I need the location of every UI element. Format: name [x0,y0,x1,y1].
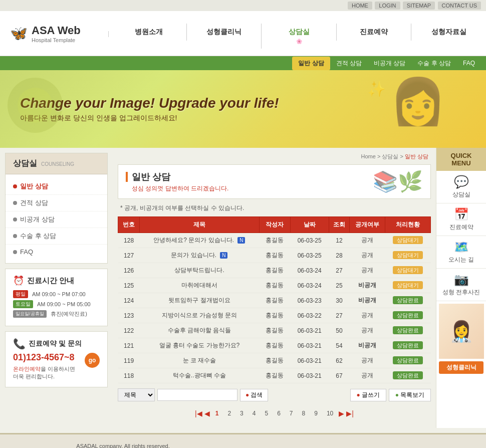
search-button[interactable]: ● 검색 [240,389,268,401]
td-status: 상담대기 [385,233,431,248]
logo-main: ASA Web [32,24,81,37]
page-9[interactable]: 9 [311,409,321,418]
sidebar-menu-item-4[interactable]: FAQ [6,245,107,259]
table-row[interactable]: 121 얼굴 흉터 수술도 가능한가요? 홍길동 06-03-21 54 비공개… [118,338,431,353]
write-button[interactable]: ● 글쓰기 [350,389,386,401]
quickmenu-photos[interactable]: 📷 성형 전후사진 [436,269,486,301]
td-date: 06-03-21 [290,338,329,353]
nav-reservation[interactable]: 진료예약 [336,24,411,41]
td-public: 공개 [350,323,385,338]
nav-contact[interactable]: CONTACT US [438,2,481,10]
content-subtitle: 성심 성의껏 답변하여 드리겠습니다. [132,184,228,193]
subnav-item-4[interactable]: FAQ [457,57,481,69]
sidebar-menu-item-0[interactable]: 일반 상담 [6,178,107,195]
page-3[interactable]: 3 [236,409,247,418]
td-title[interactable]: 턱수술..광대뼈 수술 [140,368,259,383]
nav-counsel[interactable]: 상담실🌸 [261,24,336,49]
page-next[interactable]: ▶ [339,409,344,417]
page-8[interactable]: 8 [299,409,309,418]
page-10[interactable]: 10 [323,409,337,418]
search-input[interactable] [157,389,237,401]
footer-company: ASADAL company. All rights reserved. [76,442,374,448]
table-row[interactable]: 126 상담부탁드립니다. 홍길동 06-03-24 27 공개 상담대기 [118,263,431,278]
table-row[interactable]: 123 지방이식으로 가슴성형 문의 홍길동 06-03-22 27 공개 상담… [118,308,431,323]
list-button[interactable]: ● 목록보기 [389,389,431,401]
breadcrumb-parent[interactable]: 상담실 [382,153,398,159]
td-views: 54 [329,338,350,353]
table-row[interactable]: 124 뒷트임하구 절개법이요 홍길동 06-03-23 30 비공개 상담완료 [118,293,431,308]
td-author: 홍길동 [259,293,290,308]
td-public: 비공개 [350,338,385,353]
page-1[interactable]: 1 [212,409,222,418]
nav-hospital[interactable]: 병원소개 [112,24,186,41]
subnav-item-2[interactable]: 비공개 상담 [368,57,411,70]
td-title[interactable]: 마취에대해서 [140,278,259,293]
td-status: 상담대기 [385,248,431,263]
quick-menu-image: 👩‍⚕️ [439,304,484,359]
quickmenu-directions[interactable]: 🗺️ 오시는 길 [436,236,486,269]
subnav-item-0[interactable]: 일반 상담 [292,57,330,70]
quick-menu-cosmetic[interactable]: 성형클리닉 [439,361,483,374]
table-row[interactable]: 128 안녕하세요? 문의가 있습니다. N 홍길동 06-03-25 12 공… [118,233,431,248]
search-bar: 제목 내용 작성자 ● 검색 ● 글쓰기 ● 목록보기 [118,388,431,401]
td-public: 공개 [350,353,385,368]
table-row[interactable]: 119 눈 코 재수술 홍길동 06-03-21 62 공개 상담완료 [118,353,431,368]
td-title[interactable]: 상담부탁드립니다. [140,263,259,278]
top-nav: HOME LOGIN SITEMAP CONTACT US [0,0,486,11]
td-title[interactable]: 눈 코 재수술 [140,353,259,368]
content-title: 일반 상담 [126,171,228,183]
sidebar-menu-item-2[interactable]: 비공개 상담 [6,211,107,228]
page-5[interactable]: 5 [261,409,272,418]
breadcrumb-current: 일반 상담 [405,153,428,159]
td-title[interactable]: 지방이식으로 가슴성형 문의 [140,308,259,323]
td-views: 28 [329,248,350,263]
td-title[interactable]: 문의가 있습니다. N [140,248,259,263]
page-prev[interactable]: ◀ [204,409,210,417]
page-2[interactable]: 2 [224,409,234,418]
butterfly-icon: 🦋 [10,25,28,42]
page-first[interactable]: |◀ [195,409,202,417]
quickmenu-counsel[interactable]: 💬 상담실 [436,171,486,203]
phone-go-btn[interactable]: go [85,353,100,368]
sub-nav: 일반 상담 견적 상담 비공개 상담 수술 후 상담 FAQ [0,56,486,70]
td-date: 06-03-24 [290,278,329,293]
td-status: 상담완료 [385,353,431,368]
sidebar-counsel-title: 상담실 COUNSELING [6,153,107,174]
page-last[interactable]: ▶| [346,409,354,417]
td-date: 06-03-21 [290,368,329,383]
sidebar-menu-item-3[interactable]: 수술 후 상담 [6,228,107,245]
td-title[interactable]: 얼굴 흉터 수술도 가능한가요? [140,338,259,353]
quickmenu-reservation[interactable]: 📅 진료예약 [436,203,486,236]
search-select[interactable]: 제목 내용 작성자 [118,388,155,401]
page-7[interactable]: 7 [286,409,297,418]
td-public: 비공개 [350,278,385,293]
nav-sitemap[interactable]: SITEMAP [403,2,435,10]
nav-gallery[interactable]: 성형자료실 [411,24,486,41]
td-no: 128 [118,233,140,248]
td-views: 25 [329,278,350,293]
table-row[interactable]: 118 턱수술..광대뼈 수술 홍길동 06-03-21 67 공개 상담완료 [118,368,431,383]
breadcrumb-home[interactable]: Home [361,153,376,159]
page-4[interactable]: 4 [249,409,260,418]
td-status: 상담완료 [385,308,431,323]
td-date: 06-03-23 [290,293,329,308]
subnav-item-3[interactable]: 수술 후 상담 [411,57,457,70]
td-title[interactable]: 수술후 금해야할 음식들 [140,323,259,338]
nav-login[interactable]: LOGIN [375,2,400,10]
banner-circle-deco [5,75,65,137]
nav-cosmetic[interactable]: 성형클리닉 [186,24,262,41]
page-6[interactable]: 6 [274,409,284,418]
td-title[interactable]: 안녕하세요? 문의가 있습니다. N [140,233,259,248]
td-title[interactable]: 뒷트임하구 절개법이요 [140,293,259,308]
nav-home[interactable]: HOME [348,2,372,10]
table-row[interactable]: 125 마취에대해서 홍길동 06-03-24 25 비공개 상담대기 [118,278,431,293]
table-row[interactable]: 122 수술후 금해야할 음식들 홍길동 06-03-21 50 공개 상담완료 [118,323,431,338]
main-area: 상담실 COUNSELING 일반 상담 견적 상담 비공개 상담 [0,148,486,428]
table-row[interactable]: 127 문의가 있습니다. N 홍길동 06-03-25 28 공개 상담대기 [118,248,431,263]
sidebar-menu-item-1[interactable]: 견적 상담 [6,195,107,211]
note: * 공개, 비공개의 여부를 선택하실 수 있습니다. [118,204,431,212]
content-title-area: 일반 상담 성심 성의껏 답변하여 드리겠습니다. [126,171,228,193]
logo: 🦋 ASA Web Hospital Template [0,19,105,48]
subnav-item-1[interactable]: 견적 상담 [330,57,368,70]
td-author: 홍길동 [259,338,290,353]
